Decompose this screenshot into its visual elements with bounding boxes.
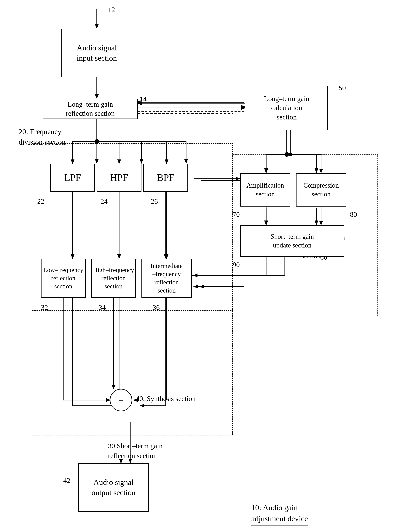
svg-marker-1 (95, 24, 99, 29)
short-term-update-label: Short–term gain update section (271, 232, 314, 250)
ref-22-label: 22 (37, 197, 44, 205)
long-term-calc-label: Long–term gain calculation section (264, 94, 309, 122)
lpf-label: LPF (64, 171, 81, 184)
long-term-reflection-label: Long–term gain reflection section (66, 100, 115, 118)
ref-30-label: 30 Short–term gain reflection section (108, 441, 163, 461)
hpf-box: HPF (97, 164, 141, 192)
audio-output-label: Audio signal output section (92, 477, 136, 498)
ref-10-label: 10: Audio gain adjustment device (251, 491, 308, 525)
ref-42-label: 42 (63, 476, 70, 484)
svg-marker-67 (95, 94, 99, 99)
amplification-label: Amplification section (246, 181, 284, 199)
synthesis-circle: + (110, 389, 132, 411)
ref-12-label: 12 (108, 6, 115, 14)
audio-input-label: Audio signal input section (77, 43, 117, 63)
ref-26-label: 26 (151, 197, 158, 205)
low-freq-reflection-label: Low–frequency reflection section (43, 266, 83, 291)
svg-point-69 (95, 139, 99, 144)
svg-marker-65 (95, 24, 99, 28)
ref-50-label: 50 (339, 84, 346, 92)
hpf-label: HPF (110, 171, 128, 184)
intermediate-reflection-label: Intermediate –frequency reflection secti… (151, 262, 183, 295)
ref-36-label: 36 (153, 303, 160, 312)
intermediate-reflection-box: Intermediate –frequency reflection secti… (141, 259, 192, 298)
ref-32-label: 32 (41, 303, 48, 312)
svg-point-5 (95, 140, 99, 143)
amplification-box: Amplification section (240, 173, 290, 207)
high-freq-reflection-label: High–frequency reflection section (93, 266, 134, 291)
svg-marker-15 (241, 106, 246, 110)
ref-70-label: 70 (233, 210, 240, 218)
compression-label: Compression section (303, 181, 339, 199)
bpf-label: BPF (157, 171, 174, 184)
short-term-update-box: Short–term gain update section (240, 225, 344, 257)
low-freq-reflection-box: Low–frequency reflection section (41, 259, 86, 298)
long-term-calc-box: Long–term gain calculation section (246, 86, 328, 130)
svg-marker-3 (95, 94, 99, 99)
ref-24-label: 24 (100, 197, 107, 205)
audio-input-box: Audio signal input section (61, 29, 132, 77)
audio-output-box: Audio signal output section (78, 463, 149, 512)
lpf-box: LPF (50, 164, 95, 192)
compression-box: Compression section (296, 173, 346, 207)
synthesis-plus: + (118, 395, 124, 406)
ref-90-label: 90 (233, 260, 240, 269)
ref-34-label: 34 (99, 303, 106, 312)
long-term-reflection-box: Long–term gain reflection section (43, 99, 138, 119)
ref-40-label: 40: Synthesis section (136, 394, 196, 403)
high-freq-reflection-box: High–frequency reflection section (91, 259, 136, 298)
ref-14-label: 14 (140, 95, 147, 103)
bpf-box: BPF (143, 164, 188, 192)
short-term-reflection-outer (32, 309, 233, 436)
ref-80-label: 80 (350, 210, 357, 218)
svg-marker-80 (242, 105, 246, 109)
